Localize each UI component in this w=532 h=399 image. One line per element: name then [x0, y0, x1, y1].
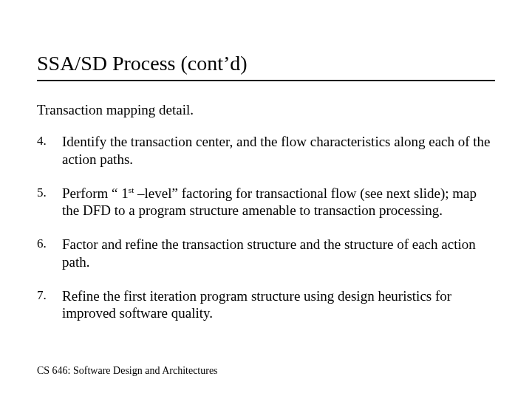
list-item: 6. Factor and refine the transaction str…	[37, 236, 495, 271]
slide: SSA/SD Process (cont’d) Transaction mapp…	[0, 0, 532, 399]
slide-subtitle: Transaction mapping detail.	[37, 102, 495, 118]
item-text: Perform “ 1st –level” factoring for tran…	[62, 185, 495, 220]
slide-title: SSA/SD Process (cont’d)	[37, 52, 495, 81]
item-text: Refine the first iteration program struc…	[62, 287, 495, 323]
list-item: 4. Identify the transaction center, and …	[37, 133, 495, 168]
item-text: Identify the transaction center, and the…	[62, 133, 495, 168]
list-item: 5. Perform “ 1st –level” factoring for t…	[37, 185, 495, 220]
text-pre: Perform “ 1	[62, 185, 129, 201]
item-number: 5.	[37, 185, 62, 220]
footer-text: CS 646: Software Design and Architecture…	[37, 365, 218, 377]
item-text: Factor and refine the transaction struct…	[62, 236, 495, 271]
item-number: 4.	[37, 133, 62, 168]
item-number: 7.	[37, 287, 62, 323]
list-item: 7. Refine the first iteration program st…	[37, 287, 495, 323]
item-number: 6.	[37, 236, 62, 271]
